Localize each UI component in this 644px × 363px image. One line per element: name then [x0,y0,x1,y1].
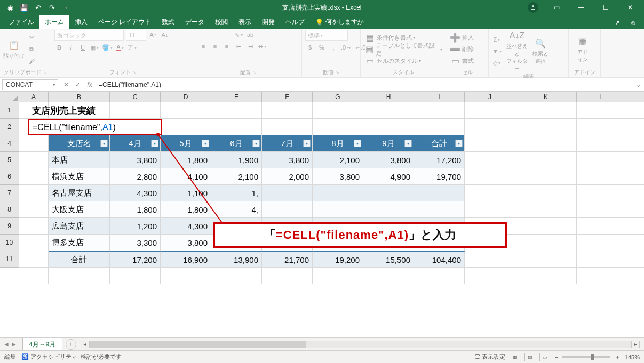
tab-data[interactable]: データ [180,15,210,29]
cancel-formula-icon[interactable]: ✕ [60,79,72,91]
col-header[interactable]: B [49,92,110,102]
insert-cells-button[interactable]: ➕挿入 [449,33,474,43]
normal-view-icon[interactable]: ▦ [510,353,520,361]
border-icon[interactable]: ▦ [90,43,99,52]
align-right-icon[interactable]: ≡ [222,42,232,51]
align-top-icon[interactable]: ≡ [198,30,208,39]
align-bottom-icon[interactable]: ≡ [222,30,232,39]
row-header[interactable]: 5 [0,152,19,168]
undo-icon[interactable]: ↶ [32,2,44,13]
increase-decimal-icon[interactable]: .0→ [340,43,352,52]
page-layout-view-icon[interactable]: ▤ [524,353,535,361]
merge-center-icon[interactable]: ⬌ [257,42,267,51]
dialog-launcher-icon[interactable]: ↘ [43,70,47,75]
tab-home[interactable]: ホーム [39,15,69,29]
col-header[interactable]: L [577,92,627,102]
font-color-icon[interactable]: A [115,43,125,52]
col-header[interactable]: F [262,92,313,102]
tab-page-layout[interactable]: ページ レイアウト [93,15,156,29]
dialog-launcher-icon[interactable]: ↘ [253,70,257,75]
accessibility-status[interactable]: ♿ アクセシビリティ: 検討が必要です [21,353,122,361]
cell-styles-button[interactable]: ▭セルのスタイル▾ [364,56,442,67]
align-left-icon[interactable]: ≡ [198,42,208,51]
align-center-icon[interactable]: ≡ [210,42,220,51]
filter-icon[interactable]: ▾ [404,140,412,147]
horizontal-scrollbar[interactable]: ◄ ► [81,341,640,348]
zoom-level[interactable]: 145% [625,354,640,360]
account-avatar-icon[interactable] [528,2,538,13]
insert-function-icon[interactable]: fx [84,79,96,91]
format-cells-button[interactable]: ▭書式 [449,56,474,67]
align-middle-icon[interactable]: ≡ [210,30,220,39]
fill-color-icon[interactable]: 🪣 [101,43,113,52]
col-header[interactable]: K [515,92,577,102]
tab-formulas[interactable]: 数式 [156,15,180,29]
table-header[interactable]: 8月▾ [313,135,363,151]
zoom-out-button[interactable]: − [554,354,558,360]
percent-format-icon[interactable]: % [317,43,327,52]
tab-review[interactable]: 校閲 [210,15,233,29]
expand-formula-bar-icon[interactable]: ⌄ [633,81,644,88]
delete-cells-button[interactable]: ➖削除 [449,44,474,55]
filter-icon[interactable]: ▾ [100,140,108,147]
close-button[interactable]: ✕ [618,0,642,15]
wrap-text-icon[interactable]: ab [245,30,255,39]
filter-icon[interactable]: ▾ [354,140,361,147]
table-header[interactable]: 9月▾ [363,135,414,151]
autosave-toggle[interactable]: ◉ [4,2,16,13]
sheet-nav-prev-icon[interactable]: ◄ [3,341,10,348]
table-header[interactable]: 6月▾ [211,135,262,151]
row-header[interactable]: 10 [0,235,19,251]
row-header[interactable]: 11 [0,251,19,268]
scroll-right-icon[interactable]: ► [631,341,640,348]
row-header[interactable]: 2 [0,119,19,135]
table-header[interactable]: 合計▾ [414,135,465,151]
comments-button[interactable]: ☺ [626,17,641,29]
fill-icon[interactable]: ▼ [492,46,502,56]
formula-input[interactable]: =CELL("filename",A1) [96,81,633,88]
enter-formula-icon[interactable]: ✓ [72,79,84,91]
filter-icon[interactable]: ▾ [303,140,311,147]
decrease-indent-icon[interactable]: ⇤ [234,42,243,51]
format-as-table-button[interactable]: ▦テーブルとして書式設定▾ [364,44,442,55]
table-header[interactable]: 5月▾ [161,135,211,151]
name-box[interactable]: CONCAT [2,79,58,90]
cell-editing-box[interactable]: =CELL("filename",A1) [28,119,162,135]
col-header[interactable]: D [161,92,211,102]
autosum-icon[interactable]: Σ [492,35,502,44]
col-header[interactable]: E [211,92,262,102]
ribbon-display-options-icon[interactable]: ▭ [545,0,568,15]
row-header[interactable]: 8 [0,201,19,218]
accounting-format-icon[interactable]: $ [305,43,315,52]
col-header[interactable]: A [19,92,49,102]
filter-icon[interactable]: ▾ [252,140,260,147]
dialog-launcher-icon[interactable]: ↘ [133,70,137,75]
row-header[interactable]: 7 [0,185,19,201]
sheet-tab-active[interactable]: 4月～9月 [22,338,62,351]
display-settings-button[interactable]: 🖵 表示設定 [474,353,505,361]
filter-icon[interactable]: ▾ [202,140,209,147]
col-header[interactable]: I [414,92,465,102]
filter-icon[interactable]: ▾ [151,140,158,147]
cut-icon[interactable]: ✂ [27,33,36,43]
share-button[interactable]: ↗ [610,17,625,29]
scroll-left-icon[interactable]: ◄ [81,341,89,348]
font-size-select[interactable]: 11 [126,30,146,41]
tab-file[interactable]: ファイル [3,15,39,29]
tab-insert[interactable]: 挿入 [69,15,93,29]
font-name-select[interactable]: 游ゴシック [54,30,124,41]
maximize-button[interactable]: ☐ [594,0,617,15]
paste-button[interactable]: 📋 貼り付け [3,39,25,60]
clear-icon[interactable]: ◇ [492,58,502,68]
row-header[interactable]: 1 [0,102,19,119]
tab-view[interactable]: 表示 [233,15,257,29]
redo-icon[interactable]: ↷ [46,2,58,13]
row-header[interactable]: 6 [0,168,19,185]
italic-button[interactable]: I [66,43,76,52]
number-format-select[interactable]: 標準 [305,30,348,41]
col-header[interactable]: H [363,92,414,102]
increase-font-icon[interactable]: A↑ [148,30,158,39]
col-header[interactable]: C [110,92,161,102]
row-header[interactable]: 9 [0,218,19,235]
table-header[interactable]: 7月▾ [262,135,313,151]
